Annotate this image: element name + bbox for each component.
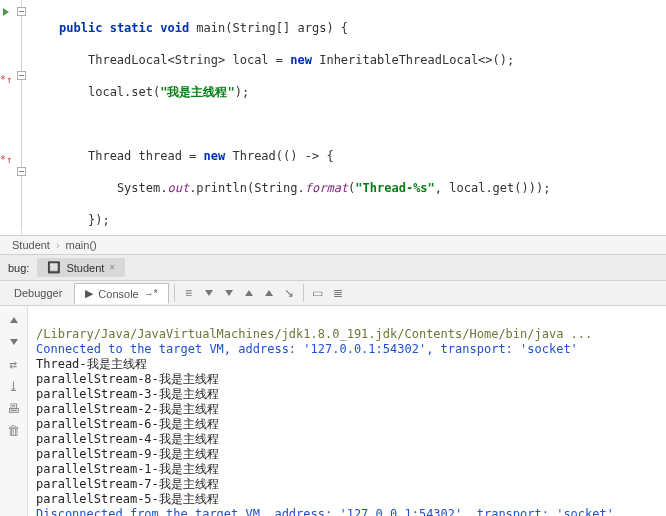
fold-minus-icon[interactable] [17,71,26,80]
console-line: /Library/Java/JavaVirtualMachines/jdk1.8… [36,327,592,341]
console-right-icon: ▶ [85,287,93,300]
console-line: parallelStream-7-我是主线程 [36,477,219,491]
console-line: parallelStream-9-我是主线程 [36,447,219,461]
console-line: Thread-我是主线程 [36,357,147,371]
step-over-icon[interactable]: ≡ [180,284,198,302]
console-line: parallelStream-3-我是主线程 [36,387,219,401]
console-area: ⇄ ⤓ 🖶 🗑 /Library/Java/JavaVirtualMachine… [0,306,666,516]
tab-debugger[interactable]: Debugger [4,284,72,302]
drop-frame-icon[interactable] [260,284,278,302]
bug-icon: 🔲 [47,261,61,274]
debug-label: bug: [8,262,29,274]
run-to-cursor-icon[interactable]: ↘ [280,284,298,302]
breadcrumb-method[interactable]: main() [66,239,97,251]
clear-all-icon[interactable]: 🗑 [6,422,22,438]
scroll-up-icon[interactable] [6,312,22,328]
attach-icon: →* [144,288,158,299]
fold-minus-icon[interactable] [17,7,26,16]
run-config-name: Student [66,262,104,274]
modified-marker-icon: *↑ [0,152,12,168]
console-output[interactable]: /Library/Java/JavaVirtualMachines/jdk1.8… [28,306,666,516]
fold-minus-icon[interactable] [17,167,26,176]
fold-gutter [13,0,22,235]
console-line: Connected to the target VM, address: '12… [36,342,578,356]
step-into-icon[interactable] [200,284,218,302]
editor-area: *↑ *↑ public static void main(String[] a… [0,0,666,235]
console-line: parallelStream-6-我是主线程 [36,417,219,431]
separator [303,284,304,302]
breadcrumb-class[interactable]: Student [12,239,50,251]
console-line: parallelStream-5-我是主线程 [36,492,219,506]
debugger-toolbar: Debugger ▶ Console →* ≡ ↘ ▭ ≣ [0,281,666,306]
tab-console[interactable]: ▶ Console →* [74,283,168,304]
run-config-tab[interactable]: 🔲 Student × [37,258,125,277]
print-icon[interactable]: 🖶 [6,400,22,416]
soft-wrap-icon[interactable]: ⇄ [6,356,22,372]
console-action-gutter: ⇄ ⤓ 🖶 🗑 [0,306,28,516]
code-editor[interactable]: public static void main(String[] args) {… [22,0,666,235]
console-line: parallelStream-8-我是主线程 [36,372,219,386]
scroll-to-end-icon[interactable]: ⤓ [6,378,22,394]
debug-panel-header: bug: 🔲 Student × [0,255,666,281]
close-icon[interactable]: × [109,262,115,273]
console-line: parallelStream-4-我是主线程 [36,432,219,446]
step-out-icon[interactable] [240,284,258,302]
run-icon[interactable] [0,8,12,24]
separator [174,284,175,302]
console-line: Disconnected from the target VM, address… [36,507,614,516]
modified-marker-icon: *↑ [0,72,12,88]
trace-icon[interactable]: ≣ [329,284,347,302]
run-gutter: *↑ *↑ [0,0,13,235]
console-line: parallelStream-1-我是主线程 [36,462,219,476]
console-line: parallelStream-2-我是主线程 [36,402,219,416]
evaluate-icon[interactable]: ▭ [309,284,327,302]
breadcrumb[interactable]: Student › main() [0,235,666,255]
scroll-down-icon[interactable] [6,334,22,350]
force-step-into-icon[interactable] [220,284,238,302]
chevron-right-icon: › [56,239,60,251]
